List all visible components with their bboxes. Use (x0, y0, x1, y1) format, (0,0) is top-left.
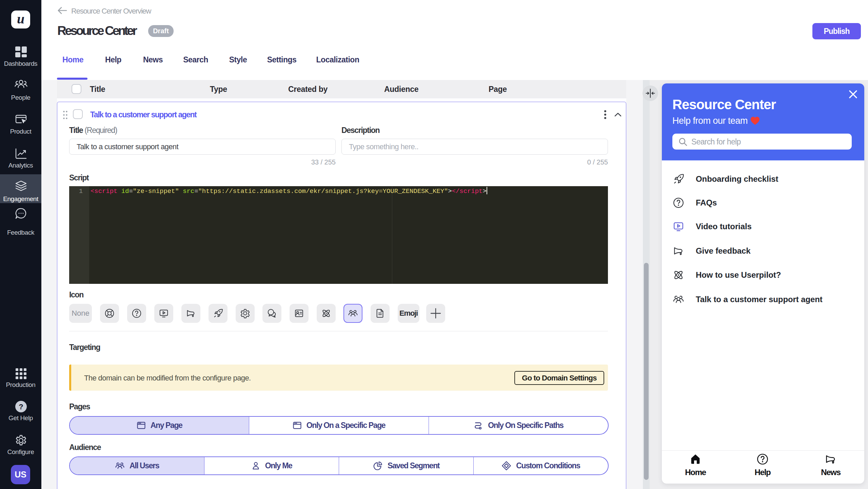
svg-text:?: ? (19, 403, 23, 411)
